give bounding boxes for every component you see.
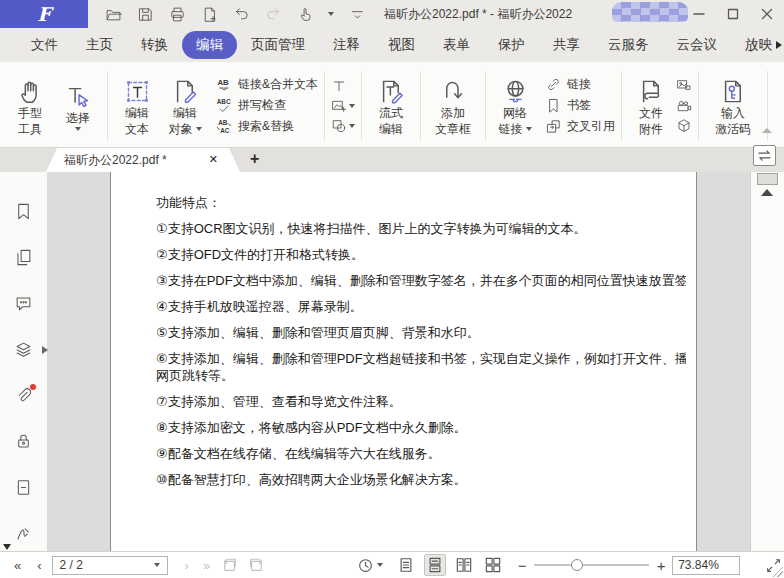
- facing-continuous-icon[interactable]: [482, 554, 504, 576]
- customize-toolbar-icon[interactable]: [348, 5, 366, 23]
- insert-3d-button[interactable]: [676, 118, 692, 134]
- bookmark-button[interactable]: 书签: [545, 97, 615, 114]
- zoom-out-icon[interactable]: −: [516, 557, 528, 574]
- next-page-icon[interactable]: ›: [185, 558, 187, 573]
- security-panel-icon[interactable]: [14, 432, 33, 451]
- sidebar-more-arrow-icon[interactable]: [3, 544, 11, 550]
- svg-text:ABC: ABC: [217, 98, 231, 105]
- single-page-icon[interactable]: [395, 554, 417, 576]
- vertical-scrollbar[interactable]: [750, 172, 784, 551]
- tab-convert[interactable]: 转换: [127, 31, 182, 59]
- auto-scroll-button[interactable]: [358, 558, 383, 573]
- activation-key-icon: [720, 78, 747, 105]
- tab-home[interactable]: 主页: [72, 31, 127, 59]
- link-merge-text-button[interactable]: AB 链接&合并文本: [216, 76, 318, 93]
- layers-panel-icon[interactable]: [14, 340, 33, 359]
- facing-icon[interactable]: [453, 554, 475, 576]
- zoom-slider-track[interactable]: [534, 564, 649, 566]
- tab-cloud-service[interactable]: 云服务: [594, 31, 663, 59]
- redo-icon[interactable]: [264, 5, 282, 23]
- collapse-ribbon-chevron-icon[interactable]: [762, 128, 772, 133]
- hand-tool-button[interactable]: 手型 工具: [7, 75, 53, 136]
- last-page-icon[interactable]: »: [203, 558, 208, 573]
- next-view-icon[interactable]: [248, 557, 264, 573]
- app-logo[interactable]: F: [0, 0, 88, 28]
- prev-view-icon[interactable]: [222, 557, 238, 573]
- doc-line: ④支持手机放映遥控器、屏幕录制。: [156, 300, 686, 313]
- toggle-panels-icon[interactable]: [753, 145, 776, 166]
- undo-icon[interactable]: [232, 5, 250, 23]
- window-resize-grip[interactable]: [771, 565, 783, 577]
- add-article-box-button[interactable]: 添加 文章框: [427, 75, 479, 136]
- tab-view[interactable]: 视图: [374, 31, 429, 59]
- destinations-panel-icon[interactable]: [14, 478, 33, 497]
- doc-line: ①支持OCR图文识别，快速将扫描件、图片上的文字转换为可编辑的文本。: [156, 222, 686, 235]
- edit-object-button[interactable]: 编辑 对象: [162, 75, 208, 136]
- cube-3d-icon: [676, 118, 692, 134]
- prev-page-icon[interactable]: ‹: [37, 558, 39, 573]
- save-icon[interactable]: [136, 5, 154, 23]
- tab-edit[interactable]: 编辑: [182, 31, 237, 59]
- tab-file[interactable]: 文件: [17, 31, 72, 59]
- zoom-level-input[interactable]: 73.84%: [672, 556, 740, 575]
- web-link-button[interactable]: 网络 链接: [492, 75, 538, 136]
- scroll-up-arrow-icon[interactable]: [761, 189, 773, 196]
- tab-protect[interactable]: 保护: [484, 31, 539, 59]
- document-view-area[interactable]: 功能特点： ①支持OCR图文识别，快速将扫描件、图片上的文字转换为可编辑的文本。…: [48, 172, 750, 551]
- zoom-slider-handle[interactable]: [571, 559, 583, 571]
- zoom-slider[interactable]: [534, 558, 649, 572]
- pdf-page[interactable]: 功能特点： ①支持OCR图文识别，快速将扫描件、图片上的文字转换为可编辑的文本。…: [110, 172, 697, 551]
- edit-text-button[interactable]: 编辑 文本: [114, 75, 160, 136]
- add-shapes-button[interactable]: [331, 118, 355, 134]
- spell-check-button[interactable]: ABC 拼写检查: [216, 97, 318, 114]
- print-icon[interactable]: [168, 5, 186, 23]
- add-image-button[interactable]: [331, 98, 355, 114]
- flow-edit-button[interactable]: 流式 编辑: [368, 75, 414, 136]
- continuous-icon[interactable]: [424, 554, 446, 576]
- insert-image-annotation-button[interactable]: [676, 78, 692, 94]
- ribbon-tab-bar: 文件 主页 转换 编辑 页面管理 注释 视图 表单 保护 共享 云服务 云会议 …: [0, 28, 784, 62]
- document-tab[interactable]: 福昕办公2022.pdf * ✕: [46, 148, 240, 172]
- navigation-sidebar: [0, 172, 48, 551]
- page-dropdown-caret[interactable]: [154, 563, 160, 567]
- tab-share[interactable]: 共享: [539, 31, 594, 59]
- account-name-redacted[interactable]: [612, 2, 688, 22]
- comments-panel-icon[interactable]: [14, 294, 33, 313]
- signature-panel-icon[interactable]: [14, 524, 33, 543]
- minimize-button[interactable]: [682, 0, 716, 28]
- web-link-dropdown-caret: [526, 127, 532, 131]
- tab-overflow-arrow-icon[interactable]: [776, 41, 782, 49]
- close-button[interactable]: [750, 0, 784, 28]
- new-tab-button[interactable]: +: [250, 150, 259, 168]
- hand-pointer-dropdown-caret[interactable]: [328, 12, 334, 16]
- link-button[interactable]: 链接: [545, 76, 615, 93]
- activation-code-button[interactable]: 输入 激活码: [705, 75, 761, 136]
- new-document-icon[interactable]: [200, 5, 218, 23]
- maximize-button[interactable]: [716, 0, 750, 28]
- open-icon[interactable]: [104, 5, 122, 23]
- tab-form[interactable]: 表单: [429, 31, 484, 59]
- hand-pointer-icon[interactable]: [296, 5, 314, 23]
- bookmarks-panel-icon[interactable]: [14, 202, 33, 221]
- cross-reference-button[interactable]: 交叉引用: [545, 118, 615, 135]
- search-replace-icon: ABAC: [216, 118, 233, 135]
- tab-comment[interactable]: 注释: [319, 31, 374, 59]
- search-replace-button[interactable]: ABAC 搜索&替换: [216, 118, 318, 135]
- zoom-in-icon[interactable]: +: [655, 557, 667, 574]
- pages-panel-icon[interactable]: [14, 248, 33, 267]
- insert-video-button[interactable]: [676, 98, 692, 114]
- tab-close-icon[interactable]: ✕: [209, 153, 218, 166]
- page-number-input[interactable]: 2 / 2: [52, 556, 168, 575]
- scrollbar-thumb[interactable]: [757, 173, 778, 185]
- doc-line: ⑤支持添加、编辑、删除和管理页眉页脚、背景和水印。: [156, 326, 686, 339]
- tab-page-management[interactable]: 页面管理: [237, 31, 319, 59]
- attachments-panel-icon[interactable]: [14, 386, 33, 405]
- file-attachment-button[interactable]: 文件 附件: [628, 75, 674, 136]
- clock-icon: [358, 558, 373, 573]
- add-text-button[interactable]: [331, 78, 355, 94]
- select-tool-button[interactable]: 选择: [55, 80, 101, 130]
- first-page-icon[interactable]: «: [14, 558, 19, 573]
- auto-scroll-dropdown-caret[interactable]: [377, 563, 383, 567]
- tab-cloud-meeting[interactable]: 云会议: [663, 31, 732, 59]
- flow-edit-icon: [378, 78, 405, 105]
